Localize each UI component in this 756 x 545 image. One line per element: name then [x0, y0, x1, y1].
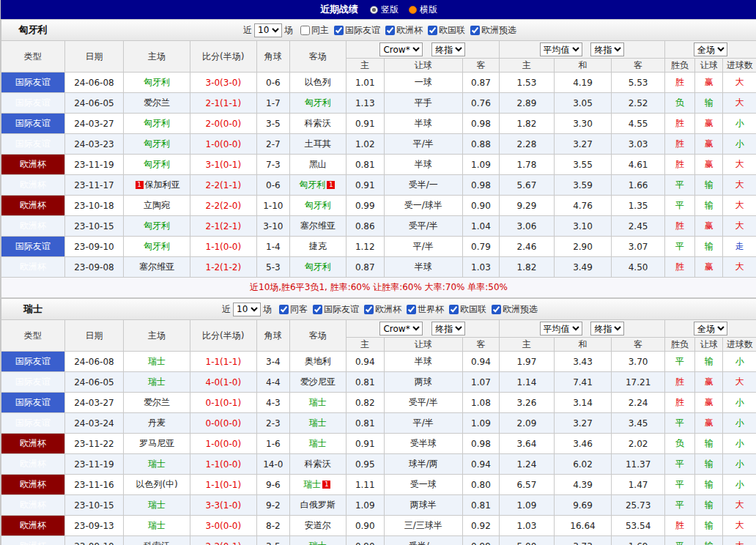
result-scope-select[interactable]: 全场 — [694, 322, 727, 335]
result-scope-select[interactable]: 全场 — [694, 42, 727, 56]
filter-option[interactable]: 欧洲预选 — [492, 303, 538, 316]
match-score[interactable]: 3-0(0-0) — [190, 516, 256, 536]
asia-odds-time-select[interactable]: 终指 — [431, 322, 465, 335]
filter-option[interactable]: 国际友谊 — [313, 303, 359, 316]
filter-option[interactable]: 欧洲预选 — [470, 24, 516, 37]
match-score[interactable]: 1-0(0-0) — [190, 434, 256, 454]
home-team-name[interactable]: 匈牙利 — [144, 241, 170, 251]
match-type[interactable]: 欧洲杯 — [1, 536, 65, 545]
euro-odds-time-select[interactable]: 终指 — [590, 42, 624, 56]
away-team-name[interactable]: 以色列 — [305, 77, 331, 87]
away-team-name[interactable]: 瑞士 — [303, 479, 321, 489]
match-type[interactable]: 国际友谊 — [1, 352, 65, 372]
filter-checkbox[interactable] — [407, 305, 416, 314]
away-team-name[interactable]: 黑山 — [309, 159, 327, 169]
match-type[interactable]: 国际友谊 — [1, 93, 65, 114]
match-type[interactable]: 国际友谊 — [1, 237, 65, 257]
home-team-name[interactable]: 匈牙利 — [144, 138, 170, 149]
home-team-name[interactable]: 瑞士 — [148, 500, 166, 510]
match-score[interactable]: 2-2(2-0) — [190, 196, 256, 216]
match-score[interactable]: 2-2(0-1) — [190, 536, 256, 545]
home-team-name[interactable]: 匈牙利 — [144, 118, 170, 128]
away-team-name[interactable]: 匈牙利 — [299, 179, 325, 190]
match-score[interactable]: 1-1(1-1) — [190, 352, 256, 372]
away-team-name[interactable]: 白俄罗斯 — [300, 500, 336, 510]
away-team-name[interactable]: 瑞士 — [309, 438, 327, 448]
filter-option[interactable]: 欧洲杯 — [364, 303, 401, 316]
filter-option[interactable]: 同主 — [300, 24, 329, 37]
match-type[interactable]: 国际友谊 — [1, 73, 65, 93]
match-type[interactable]: 欧洲杯 — [1, 475, 65, 495]
home-team-name[interactable]: 匈牙利 — [144, 77, 170, 87]
home-team-name[interactable]: 爱尔兰 — [144, 97, 170, 108]
match-score[interactable]: 2-0(0-0) — [190, 114, 256, 134]
euro-odds-source-select[interactable]: 平均值 — [540, 322, 582, 335]
home-team-name[interactable]: 塞尔维亚 — [139, 262, 174, 272]
match-score[interactable]: 2-1(2-1) — [190, 216, 256, 237]
home-team-name[interactable]: 瑞士 — [148, 520, 166, 530]
match-type[interactable]: 欧洲杯 — [1, 257, 65, 278]
away-team-name[interactable]: 匈牙利 — [305, 200, 331, 210]
match-score[interactable]: 1-1(0-1) — [190, 475, 256, 495]
filter-checkbox[interactable] — [334, 26, 344, 35]
away-team-name[interactable]: 爱沙尼亚 — [300, 377, 336, 387]
away-team-name[interactable]: 匈牙利 — [305, 97, 331, 108]
away-team-name[interactable]: 奥地利 — [305, 356, 331, 366]
away-team-name[interactable]: 匈牙利 — [305, 262, 331, 272]
view-option-horizontal[interactable]: 横版 — [409, 4, 437, 16]
home-team-name[interactable]: 瑞士 — [148, 459, 166, 469]
match-type[interactable]: 欧洲杯 — [1, 196, 65, 216]
match-score[interactable]: 2-2(1-1) — [190, 175, 256, 196]
home-team-name[interactable]: 丹麦 — [148, 418, 166, 428]
asia-odds-time-select[interactable]: 终指 — [431, 42, 465, 56]
view-option-vertical[interactable]: 竖版 — [370, 4, 399, 16]
away-team-name[interactable]: 塞尔维亚 — [300, 220, 336, 231]
match-type[interactable]: 国际友谊 — [1, 372, 65, 393]
match-type[interactable]: 欧洲杯 — [1, 454, 65, 475]
match-score[interactable]: 1-2(1-2) — [190, 257, 256, 278]
asia-odds-source-select[interactable]: Crow* — [379, 42, 423, 56]
away-team-name[interactable]: 安道尔 — [305, 520, 331, 530]
match-type[interactable]: 欧洲杯 — [1, 155, 65, 175]
match-type[interactable]: 欧洲杯 — [1, 495, 65, 516]
match-score[interactable]: 1-1(0-0) — [190, 454, 256, 475]
match-score[interactable]: 0-1(0-1) — [190, 393, 256, 413]
home-team-name[interactable]: 瑞士 — [148, 356, 166, 366]
home-team-name[interactable]: 罗马尼亚 — [139, 438, 174, 448]
filter-option[interactable]: 欧国联 — [428, 24, 465, 37]
away-team-name[interactable]: 瑞士 — [309, 541, 327, 545]
home-team-name[interactable]: 科索沃 — [144, 541, 170, 545]
match-type[interactable]: 欧洲杯 — [1, 516, 65, 536]
match-score[interactable]: 0-0(0-0) — [190, 413, 256, 434]
away-team-name[interactable]: 捷克 — [309, 241, 327, 251]
euro-odds-time-select[interactable]: 终指 — [590, 322, 624, 335]
match-type[interactable]: 欧洲杯 — [1, 216, 65, 237]
home-team-name[interactable]: 保加利亚 — [145, 179, 180, 190]
filter-checkbox[interactable] — [385, 26, 395, 35]
filter-option[interactable]: 欧洲杯 — [385, 24, 423, 37]
match-type[interactable]: 欧洲杯 — [1, 175, 65, 196]
euro-odds-source-select[interactable]: 平均值 — [540, 42, 582, 56]
match-score[interactable]: 3-1(0-1) — [190, 155, 256, 175]
filter-checkbox[interactable] — [428, 26, 437, 35]
home-team-name[interactable]: 立陶宛 — [144, 200, 170, 210]
away-team-name[interactable]: 科索沃 — [305, 459, 331, 469]
away-team-name[interactable]: 土耳其 — [305, 138, 331, 149]
match-score[interactable]: 3-3(1-0) — [190, 495, 256, 516]
match-type[interactable]: 国际友谊 — [1, 114, 65, 134]
home-team-name[interactable]: 匈牙利 — [144, 220, 170, 231]
home-team-name[interactable]: 匈牙利 — [144, 159, 170, 169]
match-type[interactable]: 国际友谊 — [1, 393, 65, 413]
away-team-name[interactable]: 科索沃 — [305, 118, 331, 128]
match-score[interactable]: 2-1(1-1) — [190, 93, 256, 114]
filter-option[interactable]: 国际友谊 — [334, 24, 380, 37]
match-score[interactable]: 1-0(0-0) — [190, 134, 256, 155]
home-team-name[interactable]: 瑞士 — [148, 377, 166, 387]
recent-count-select[interactable]: 10 — [254, 23, 282, 37]
filter-checkbox[interactable] — [364, 305, 374, 314]
filter-option[interactable]: 世界杯 — [407, 303, 444, 316]
filter-checkbox[interactable] — [449, 305, 459, 314]
filter-checkbox[interactable] — [300, 26, 310, 35]
match-score[interactable]: 1-1(0-0) — [190, 237, 256, 257]
match-type[interactable]: 欧洲杯 — [1, 434, 65, 454]
